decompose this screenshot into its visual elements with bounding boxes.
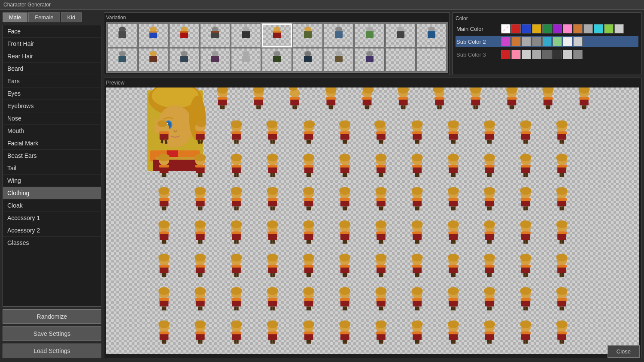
- variation-cell-14[interactable]: [169, 48, 199, 72]
- tab-kid[interactable]: Kid: [61, 12, 82, 22]
- variation-row-1: [107, 24, 447, 47]
- color-swatch-blue[interactable]: [522, 24, 531, 33]
- category-beast-ears[interactable]: Beast Ears: [3, 150, 101, 162]
- sub3-swatch-red[interactable]: [501, 50, 510, 59]
- svg-rect-239: [195, 198, 205, 201]
- color-swatch-gray[interactable]: [583, 24, 593, 33]
- svg-rect-492: [415, 307, 417, 311]
- sub3-swatch-very-dark[interactable]: [553, 50, 562, 59]
- variation-cell-18[interactable]: [293, 48, 323, 72]
- svg-rect-397: [273, 273, 275, 277]
- variation-cell-9[interactable]: [355, 24, 385, 47]
- category-tail[interactable]: Tail: [3, 162, 101, 175]
- svg-rect-330: [307, 240, 309, 244]
- svg-rect-547: [309, 340, 311, 344]
- category-front-hair[interactable]: Front Hair: [3, 38, 101, 50]
- randomize-button[interactable]: Randomize: [3, 309, 101, 324]
- variation-cell-19[interactable]: [324, 48, 354, 72]
- variation-cell-8[interactable]: [324, 24, 354, 47]
- color-swatch-yellow[interactable]: [532, 24, 541, 33]
- sub2-swatch-gray[interactable]: [522, 37, 531, 46]
- variation-cell-15[interactable]: [200, 48, 230, 72]
- color-swatch-purple[interactable]: [553, 24, 562, 33]
- category-rear-hair[interactable]: Rear Hair: [3, 50, 101, 63]
- svg-point-321: [267, 220, 278, 228]
- svg-rect-389: [231, 265, 241, 267]
- sub3-swatch-pink[interactable]: [511, 50, 521, 59]
- color-swatch-cyan[interactable]: [594, 24, 603, 33]
- main-color-swatches: [501, 24, 624, 33]
- color-swatch-transparent[interactable]: [501, 24, 510, 33]
- color-swatch-red[interactable]: [511, 24, 521, 33]
- sub3-swatch-medium-gray[interactable]: [532, 50, 541, 59]
- variation-cell-22[interactable]: [416, 48, 447, 72]
- variation-cell-2[interactable]: [138, 24, 168, 47]
- sub3-swatch-gray2[interactable]: [573, 50, 583, 59]
- load-settings-button[interactable]: Load Settings: [3, 344, 101, 358]
- svg-point-327: [303, 220, 314, 228]
- svg-point-501: [484, 287, 495, 295]
- category-accessory1[interactable]: Accessory 1: [3, 212, 101, 224]
- save-settings-button[interactable]: Save Settings: [3, 326, 101, 341]
- svg-rect-377: [159, 265, 169, 267]
- variation-cell-4[interactable]: [200, 24, 230, 47]
- sub2-swatch-light-green[interactable]: [553, 37, 562, 46]
- category-eyes[interactable]: Eyes: [3, 87, 101, 100]
- sub2-swatch-white[interactable]: [563, 37, 572, 46]
- variation-cell-6-selected[interactable]: [262, 24, 292, 47]
- category-wing[interactable]: Wing: [3, 175, 101, 187]
- category-facial-mark[interactable]: Facial Mark: [3, 137, 101, 150]
- sub2-swatch-teal[interactable]: [542, 37, 552, 46]
- svg-point-531: [231, 320, 242, 328]
- variation-cell-7[interactable]: [293, 24, 323, 47]
- sub2-swatch-light-gray2[interactable]: [573, 37, 583, 46]
- variation-cell-13[interactable]: [138, 48, 168, 72]
- category-nose[interactable]: Nose: [3, 112, 101, 125]
- tab-male[interactable]: Male: [3, 12, 27, 22]
- category-ears[interactable]: Ears: [3, 75, 101, 87]
- color-swatch-lime[interactable]: [604, 24, 614, 33]
- variation-cell-16[interactable]: [231, 48, 261, 72]
- svg-rect-414: [379, 273, 381, 277]
- category-clothing[interactable]: Clothing: [3, 187, 101, 199]
- svg-point-423: [448, 253, 459, 261]
- category-cloak[interactable]: Cloak: [3, 199, 101, 212]
- sub3-swatch-light-gray[interactable]: [522, 50, 531, 59]
- svg-rect-131: [412, 131, 422, 134]
- sub2-swatch-brown[interactable]: [511, 37, 521, 46]
- category-eyebrows[interactable]: Eyebrows: [3, 100, 101, 112]
- category-glasses[interactable]: Glasses: [3, 237, 101, 249]
- variation-cell-21[interactable]: [386, 48, 416, 72]
- svg-rect-65: [471, 97, 480, 100]
- category-accessory2[interactable]: Accessory 2: [3, 224, 101, 237]
- category-face[interactable]: Face: [3, 25, 101, 38]
- svg-point-255: [303, 187, 314, 195]
- variation-cell-11[interactable]: [416, 24, 447, 47]
- svg-rect-163: [164, 173, 166, 177]
- variation-cell-12[interactable]: [107, 48, 137, 72]
- svg-point-375: [158, 253, 170, 261]
- variation-cell-20[interactable]: [355, 48, 385, 72]
- svg-rect-355: [453, 240, 456, 244]
- close-button[interactable]: Close: [608, 345, 640, 358]
- color-swatch-orange[interactable]: [573, 24, 583, 33]
- sub2-swatch-magenta[interactable]: [501, 37, 510, 46]
- color-swatch-light-gray[interactable]: [614, 24, 624, 33]
- svg-rect-384: [198, 273, 200, 277]
- svg-rect-288: [487, 206, 489, 210]
- color-swatch-pink[interactable]: [563, 24, 572, 33]
- color-swatch-green[interactable]: [542, 24, 552, 33]
- tab-female[interactable]: Female: [28, 12, 60, 22]
- sub3-swatch-light-gray2[interactable]: [563, 50, 572, 59]
- variation-cell-5[interactable]: [231, 24, 261, 47]
- variation-cell-3[interactable]: [169, 24, 199, 47]
- category-beard[interactable]: Beard: [3, 63, 101, 75]
- variation-cell-10[interactable]: [386, 24, 416, 47]
- svg-point-201: [412, 154, 423, 161]
- category-mouth[interactable]: Mouth: [3, 125, 101, 137]
- sub2-swatch-mid-gray[interactable]: [532, 37, 541, 46]
- variation-cell-1[interactable]: [107, 24, 137, 47]
- sub3-swatch-dark-gray[interactable]: [542, 50, 552, 59]
- variation-cell-17[interactable]: [262, 48, 292, 72]
- svg-rect-181: [273, 173, 275, 177]
